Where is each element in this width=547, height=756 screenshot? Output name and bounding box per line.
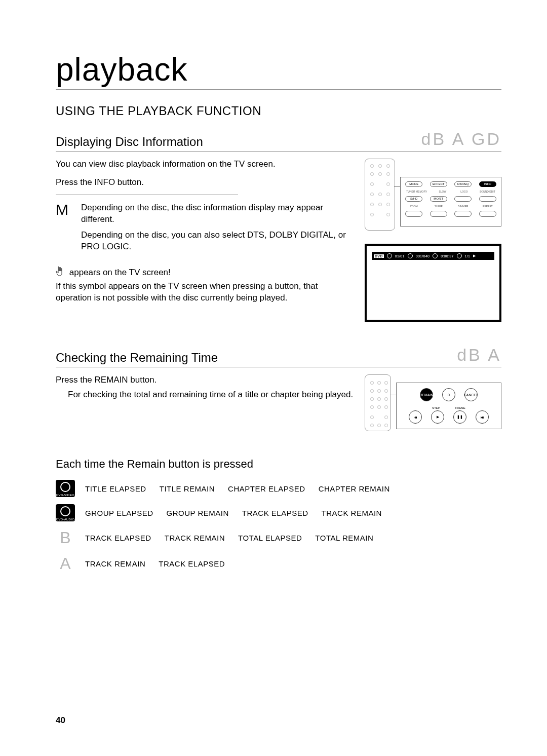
remain-row: DVD-AUDIO GROUP ELAPSED GROUP REMAIN TRA… [56,504,501,521]
subheading-remain: Checking the Remaining Time [56,351,218,365]
remain-item: TITLE REMAIN [160,484,215,493]
osd-title: 01/01 [395,254,405,258]
remain-item: CHAPTER REMAIN [319,484,390,493]
disc-badge-letter: B [56,528,75,547]
section-heading: USING THE PLAYBACK FUNCTION [56,104,501,118]
hand-text: appears on the TV screen! [69,268,171,277]
remain-row: A TRACK REMAIN TRACK ELAPSED [56,554,501,573]
remain-row: B TRACK ELAPSED TRACK REMAIN TOTAL ELAPS… [56,528,501,547]
osd-time: 0:00:37 [441,254,453,258]
remain-item: TRACK ELAPSED [242,509,308,517]
remain-item: TRACK REMAIN [322,509,382,517]
title-icon [387,253,392,258]
remote-btn-effect: EFFECT [430,181,447,187]
audio-icon [457,253,462,258]
remote-btn-mode: MODE [405,181,422,187]
remote-diagram-remain: REMAIN 0 CANCEL STEP PAUSE ⏮ ▶ ❚❚ ⏭ [365,374,501,435]
disc-type-codes: dB A GD [421,129,501,149]
remain-item: GROUP ELAPSED [85,509,153,517]
hand-body: If this symbol appears on the TV screen … [56,281,355,304]
tv-screen-diagram: DVD 01/01 001/040 0:00:37 1/1 ▶ [365,244,501,322]
remain-body: For checking the total and remaining tim… [56,389,355,401]
note-line-2: Depending on the disc, you can also sele… [81,230,355,253]
remain-item: TITLE ELAPSED [85,484,146,493]
osd-disc: DVD [374,254,384,258]
remain-table-heading: Each time the Remain button is pressed [56,458,501,471]
remote-diagram-info: MODE EFFECT DSP/EQ INFO TUNER MEMORY SLO… [365,159,501,235]
hand-icon [56,266,65,279]
disc-badge-dvd-video: DVD-VIDEO [56,480,75,497]
remain-item: CHAPTER ELAPSED [228,484,305,493]
remain-row: DVD-VIDEO TITLE ELAPSED TITLE REMAIN CHA… [56,480,501,497]
divider [56,195,238,195]
remote-btn-play: ▶ [431,410,444,424]
osd-bar: DVD 01/01 001/040 0:00:37 1/1 ▶ [372,252,494,260]
remain-item: TRACK REMAIN [85,559,145,568]
osd-chapter: 001/040 [416,254,429,258]
chapter-icon [408,253,413,258]
remote-btn-prev: ⏮ [409,410,422,424]
subheading-disc-info: Displaying Disc Information [56,135,203,149]
remain-item: TOTAL ELAPSED [238,534,302,542]
remain-item: TRACK ELAPSED [85,534,151,542]
note-line-1: Depending on the disc, the disc informat… [81,202,355,225]
remote-btn-remain: REMAIN [420,388,433,401]
chapter-title: playback [56,51,501,90]
disc-type-codes-remain: dB A [457,345,501,365]
remote-btn-cancel: CANCEL [464,388,478,401]
remain-item: GROUP REMAIN [167,509,229,517]
remote-btn-dspeq: DSP/EQ [454,181,472,187]
disc-badge-letter: A [56,554,75,573]
remote-btn-info: INFO [479,181,496,187]
osd-audio: 1/1 [465,254,471,258]
remote-btn-next: ⏭ [476,410,489,424]
remote-btn-pause: ❚❚ [453,410,466,424]
clock-icon [433,253,438,258]
disc-info-intro: You can view disc playback information o… [56,159,355,170]
remain-item: TRACK REMAIN [165,534,225,542]
remain-item: TOTAL REMAIN [315,534,373,542]
page-number: 40 [56,715,65,726]
disc-info-step: Press the INFO button. [56,177,355,187]
remote-btn-zero: 0 [442,388,455,401]
osd-play-icon: ▶ [473,254,476,258]
disc-badge-dvd-audio: DVD-AUDIO [56,504,75,521]
note-glyph: M [56,202,70,257]
remain-step: Press the REMAIN button. [56,374,355,386]
remain-item: TRACK ELAPSED [159,559,225,568]
